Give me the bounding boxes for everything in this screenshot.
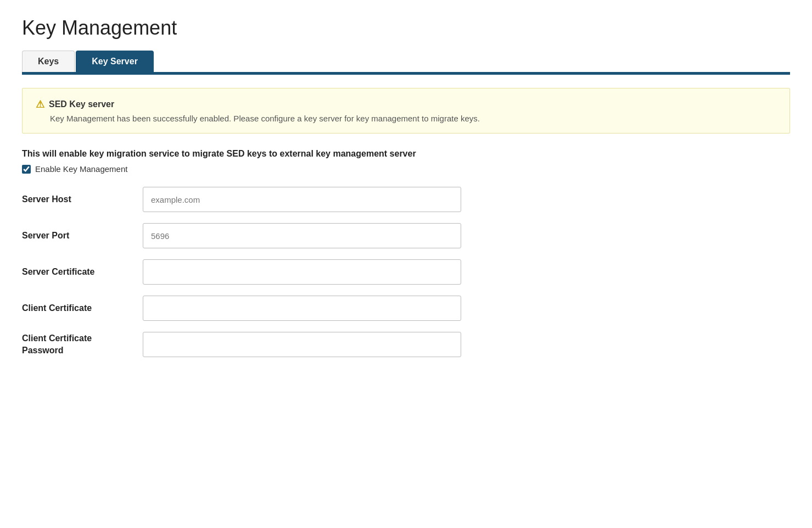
client-certificate-password-label-line2: Password — [22, 346, 64, 355]
server-certificate-input[interactable] — [143, 259, 461, 285]
client-certificate-row: Client Certificate — [22, 296, 790, 321]
server-certificate-row: Server Certificate — [22, 259, 790, 285]
tab-key-server[interactable]: Key Server — [76, 51, 154, 72]
tab-border — [22, 72, 790, 75]
page-title: Key Management — [22, 16, 790, 40]
warning-icon: ⚠ — [36, 98, 44, 110]
enable-key-management-checkbox[interactable] — [22, 165, 31, 174]
server-host-input[interactable] — [143, 187, 461, 212]
alert-title: ⚠ SED Key server — [36, 98, 776, 110]
enable-key-management-row: Enable Key Management — [22, 164, 790, 174]
tabs-container: Keys Key Server — [22, 51, 790, 72]
server-host-label: Server Host — [22, 194, 143, 204]
alert-message: Key Management has been successfully ena… — [36, 114, 776, 123]
alert-box: ⚠ SED Key server Key Management has been… — [22, 88, 790, 134]
client-certificate-password-label: Client Certificate Password — [22, 332, 143, 357]
server-port-input[interactable] — [143, 223, 461, 248]
server-port-row: Server Port — [22, 223, 790, 248]
enable-key-management-label: Enable Key Management — [35, 164, 127, 174]
server-certificate-label: Server Certificate — [22, 267, 143, 277]
section-description: This will enable key migration service t… — [22, 149, 790, 159]
form-fields: Server Host Server Port Server Certifica… — [22, 187, 790, 357]
client-certificate-label: Client Certificate — [22, 303, 143, 313]
client-certificate-password-row: Client Certificate Password — [22, 332, 790, 357]
alert-title-text: SED Key server — [49, 99, 114, 109]
server-host-row: Server Host — [22, 187, 790, 212]
tab-keys[interactable]: Keys — [22, 51, 75, 72]
client-certificate-password-input[interactable] — [143, 332, 461, 357]
server-port-label: Server Port — [22, 231, 143, 241]
client-certificate-password-label-line1: Client Certificate — [22, 334, 92, 343]
client-certificate-input[interactable] — [143, 296, 461, 321]
